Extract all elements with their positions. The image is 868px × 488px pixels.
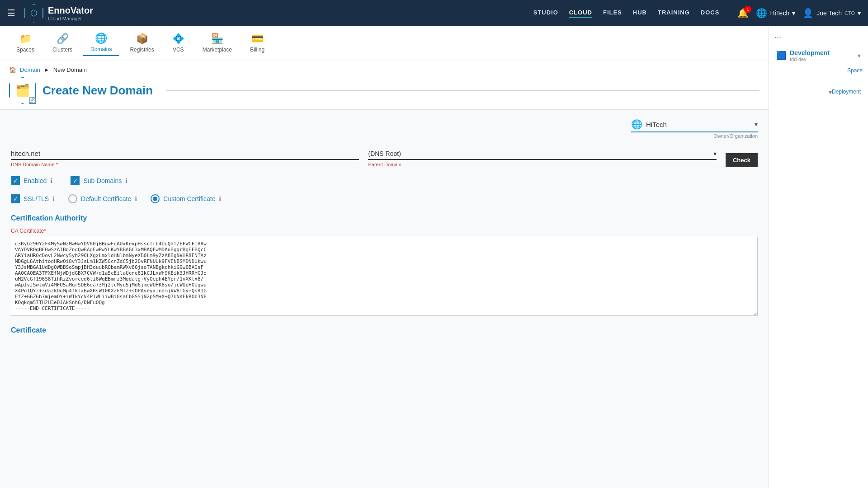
sub-nav-billing[interactable]: 💳 Billing [243, 30, 272, 56]
sidebar-development-chevron-icon: ▾ [858, 52, 861, 59]
user-avatar-icon: 👤 [802, 8, 814, 19]
page-header: 🏠 Domain ► New Domain 🗂️ 🔄 Create New Do… [0, 60, 769, 110]
breadcrumb-current: New Domain [53, 66, 87, 73]
globe-icon: 🌐 [756, 8, 767, 19]
domains-icon: 🌐 [95, 33, 107, 44]
nav-training[interactable]: TRAINING [658, 9, 690, 18]
user-name: Joe Tech [816, 9, 842, 17]
sidebar-development-info: Development tdd-dev [790, 49, 854, 62]
sub-nav-marketplace[interactable]: 🏪 Marketplace [195, 30, 239, 56]
enabled-label: Enabled [24, 177, 47, 184]
nav-cloud[interactable]: CLOUD [569, 9, 592, 18]
brand-sub: Cloud Manager [48, 16, 93, 21]
ssl-checkbox[interactable]: ✓ SSL/TLS ℹ [11, 194, 55, 203]
logo-text: EnnoVator Cloud Manager [48, 5, 93, 21]
content-area: 📁 Spaces 🔗 Clusters 🌐 Domains 📦 Registri… [0, 26, 769, 488]
nav-hub[interactable]: HUB [633, 9, 647, 18]
default-cert-radio-outer [68, 194, 77, 203]
brand-name: EnnoVator [48, 5, 93, 16]
subdomains-checkbox[interactable]: ✓ Sub-Domains ℹ [71, 176, 127, 185]
dns-row: DNS Domain Name * (DNS Root) ▾ Parent Do… [11, 148, 758, 167]
subdomains-checkbox-box: ✓ [71, 176, 80, 185]
sub-nav-icons: 📁 Spaces 🔗 Clusters 🌐 Domains 📦 Registri… [9, 30, 272, 56]
page-title: Create New Domain [42, 84, 153, 98]
cert-authority-section: Certification Authority CA Certificate* … [11, 214, 758, 317]
default-cert-radio[interactable]: Default Certificate ℹ [68, 194, 137, 203]
owner-dropdown[interactable]: 🌐 HiTech ▾ [631, 119, 758, 132]
org-chevron-icon: ▾ [792, 9, 795, 17]
sub-nav-vcs[interactable]: 💠 VCS [165, 30, 192, 56]
sidebar-development-icon: 🟦 [776, 51, 786, 61]
dns-field: DNS Domain Name * [11, 148, 359, 167]
marketplace-icon: 🏪 [211, 33, 223, 45]
sidebar-divider [774, 81, 863, 81]
clusters-icon: 🔗 [57, 33, 69, 45]
owner-label: Owner/Organization [631, 133, 758, 139]
logo-area: ⬡ EnnoVator Cloud Manager [24, 4, 93, 23]
sub-nav-registries[interactable]: 📦 Registries [123, 30, 161, 56]
sub-nav-spaces[interactable]: 📁 Spaces [9, 30, 42, 56]
spaces-icon: 📁 [19, 33, 32, 45]
logo-hex: ⬡ [24, 4, 43, 23]
owner-globe-icon: 🌐 [631, 119, 642, 130]
breadcrumb: 🏠 Domain ► New Domain [9, 66, 760, 73]
parent-domain-dropdown[interactable]: (DNS Root) ▾ [368, 150, 716, 160]
subdomains-info-icon[interactable]: ℹ [125, 177, 127, 184]
org-name: HiTech [770, 9, 789, 17]
breadcrumb-separator: ► [44, 66, 50, 73]
ssl-row: ✓ SSL/TLS ℹ Default Certificate ℹ Custom… [11, 194, 758, 203]
ca-label: CA Certificate* [11, 228, 758, 234]
sub-nav-clusters[interactable]: 🔗 Clusters [45, 30, 80, 56]
sidebar-deployment-label[interactable]: Deployment [832, 89, 861, 96]
sub-nav-domains[interactable]: 🌐 Domains [83, 30, 119, 56]
billing-icon: 💳 [251, 33, 264, 45]
cert-authority-title: Certification Authority [11, 214, 758, 222]
parent-domain-chevron-icon: ▾ [713, 150, 717, 157]
custom-cert-radio[interactable]: Custom Certificate ℹ [151, 194, 221, 203]
spaces-label: Spaces [16, 47, 34, 53]
ssl-checkbox-box: ✓ [11, 194, 20, 203]
sidebar-development-item[interactable]: 🟦 Development tdd-dev ▾ [774, 46, 863, 66]
refresh-icon[interactable]: 🔄 [28, 96, 37, 105]
ssl-info-icon[interactable]: ℹ [52, 195, 55, 202]
parent-domain-label: Parent Domain [368, 162, 716, 167]
sidebar-deployment-row: ▾ [829, 89, 832, 96]
owner-name: HiTech [646, 121, 751, 128]
enabled-checkbox-box: ✓ [11, 176, 20, 185]
user-role: CTO [844, 10, 855, 16]
dns-domain-input[interactable] [11, 148, 359, 160]
sidebar-development-section: 🟦 Development tdd-dev ▾ Space [774, 46, 863, 74]
org-button[interactable]: 🌐 HiTech ▾ [756, 8, 795, 19]
user-button[interactable]: 👤 Joe Tech CTO ▾ [802, 8, 861, 19]
nav-files[interactable]: FILES [603, 9, 622, 18]
enabled-info-icon[interactable]: ℹ [50, 177, 52, 184]
user-chevron-icon: ▾ [858, 9, 861, 17]
right-sidebar: ··· 🟦 Development tdd-dev ▾ Space ▾ Depl… [769, 26, 868, 488]
default-cert-label: Default Certificate [81, 195, 131, 202]
sub-nav: 📁 Spaces 🔗 Clusters 🌐 Domains 📦 Registri… [0, 26, 769, 60]
ssl-label: SSL/TLS [24, 195, 49, 202]
custom-cert-label: Custom Certificate [163, 195, 215, 202]
nav-studio[interactable]: STUDIO [533, 9, 558, 18]
check-button[interactable]: Check [726, 153, 758, 167]
main-layout: 📁 Spaces 🔗 Clusters 🌐 Domains 📦 Registri… [0, 26, 868, 488]
custom-cert-info-icon[interactable]: ℹ [219, 195, 221, 202]
dns-label: DNS Domain Name * [11, 162, 359, 167]
sidebar-more-icon[interactable]: ··· [774, 33, 863, 42]
breadcrumb-domain[interactable]: Domain [20, 66, 40, 73]
notification-button[interactable]: 🔔 1 [737, 8, 749, 19]
sidebar-development-sub: tdd-dev [790, 56, 854, 62]
home-icon: 🏠 [9, 66, 16, 73]
enabled-checkbox[interactable]: ✓ Enabled ℹ [11, 176, 52, 185]
custom-cert-radio-outer [151, 194, 160, 203]
default-cert-info-icon[interactable]: ℹ [135, 195, 137, 202]
nav-links: STUDIO CLOUD FILES HUB TRAINING DOCS [533, 9, 720, 18]
hamburger-icon[interactable]: ☰ [7, 8, 15, 19]
vcs-icon: 💠 [172, 33, 184, 45]
top-nav: ☰ ⬡ EnnoVator Cloud Manager STUDIO CLOUD… [0, 0, 868, 26]
sidebar-deployment-section: ▾ Deployment [774, 85, 863, 99]
ca-certificate-textarea[interactable]: c3Ryb290Y2F4My5wN2MwHwYDVR0jBBgwFoAUxKex… [11, 237, 758, 316]
nav-docs[interactable]: DOCS [701, 9, 720, 18]
sidebar-space-label[interactable]: Space [774, 67, 863, 74]
sidebar-development-name: Development [790, 49, 854, 56]
